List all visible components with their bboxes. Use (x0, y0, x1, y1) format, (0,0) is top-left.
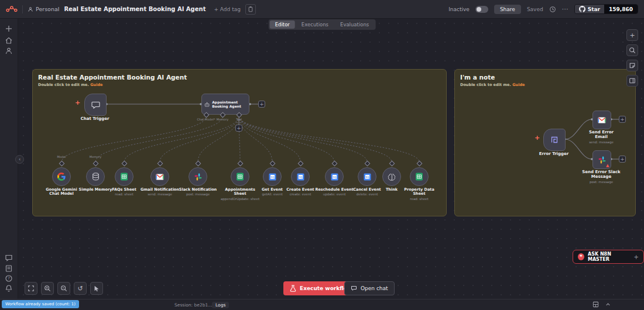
star-count: 159,860 (604, 5, 638, 13)
fit-view-icon (28, 285, 35, 292)
zoom-out-button[interactable] (57, 282, 70, 295)
bottom-status-bar: Session: be2b1... Logs (0, 299, 644, 310)
master-star-icon: * (578, 253, 584, 260)
person-icon (28, 6, 33, 12)
input-port[interactable] (121, 161, 127, 167)
node-faqs-sheet[interactable]: FAQs Sheet read: sheet (104, 161, 144, 196)
note-title: Real Estate Appointment Booking AI Agent (38, 74, 441, 81)
panel-icon (629, 77, 636, 84)
memory-database-icon (92, 173, 100, 181)
sidebar-item-personal[interactable] (5, 47, 13, 55)
toggle-panel-button[interactable] (626, 75, 638, 87)
ask-n8n-master-button[interactable]: * ASK N8N MASTER + (573, 250, 644, 264)
input-port[interactable] (297, 161, 303, 167)
input-port[interactable] (269, 161, 275, 167)
message-icon (5, 254, 13, 262)
warning-icon: ▲ (606, 164, 609, 168)
port-label-tool: Tool (229, 118, 249, 121)
history-icon (549, 6, 556, 13)
search-button[interactable] (626, 44, 638, 56)
node-chat-trigger[interactable] (84, 94, 107, 116)
svg-text:31: 31 (270, 175, 274, 178)
output-plus-handle[interactable]: + (258, 101, 265, 108)
zoom-in-button[interactable] (41, 282, 54, 295)
input-port[interactable] (364, 161, 370, 167)
input-port[interactable] (389, 161, 395, 167)
search-icon (629, 47, 636, 54)
clipboard-button[interactable] (245, 4, 256, 15)
tab-executions[interactable]: Executions (296, 20, 334, 29)
sidebar-item-logs[interactable] (5, 264, 13, 273)
save-toast: Workflow already saved (count: 1) (2, 300, 79, 308)
input-port[interactable] (331, 161, 337, 167)
google-gemini-icon (57, 173, 66, 181)
guide-link[interactable]: Guide (512, 82, 525, 87)
node-appointment-booking-agent[interactable]: Appointment Booking Agent (201, 94, 249, 115)
add-node-button[interactable]: + (626, 29, 638, 41)
share-button[interactable]: Share (494, 5, 521, 14)
google-calendar-icon: 31 (364, 173, 371, 181)
view-tabs: Editor Executions Evaluations (269, 19, 376, 30)
plus-icon: + (634, 254, 639, 260)
flask-icon (290, 285, 296, 292)
sidebar-item-notifications[interactable] (5, 284, 13, 292)
node-label: Send Error Email send: message (582, 130, 621, 144)
add-node-plus-handle[interactable]: + (75, 99, 80, 106)
input-port[interactable] (237, 161, 243, 167)
input-port[interactable] (59, 161, 64, 167)
sidebar-collapse-handle[interactable]: ‹ (15, 155, 24, 164)
tidy-up-button[interactable] (90, 282, 103, 295)
grid-panel-icon[interactable] (592, 301, 599, 308)
input-port[interactable] (416, 161, 422, 167)
input-port[interactable] (195, 161, 201, 167)
chevron-up-icon[interactable] (605, 301, 611, 308)
list-icon (5, 264, 13, 273)
node-property-data-sheet[interactable]: Property Data Sheet read: sheet (399, 161, 439, 201)
workflow-title[interactable]: Real Estate Appointment Booking AI Agent (64, 6, 205, 12)
history-button[interactable] (549, 6, 556, 13)
robot-icon (204, 101, 210, 108)
bell-icon (5, 284, 13, 292)
more-options-button[interactable]: ⋯ (562, 5, 568, 13)
google-calendar-icon: 31 (297, 173, 304, 181)
undo-button[interactable]: ↺ (74, 282, 87, 295)
google-sheets-icon (415, 173, 423, 181)
sidebar-item-home[interactable] (5, 36, 13, 44)
node-send-error-email[interactable] (592, 111, 611, 129)
node-gmail-notification[interactable]: Gmail Notification send: message (140, 161, 180, 196)
add-sticky-note-button[interactable] (626, 60, 638, 71)
divider (22, 5, 23, 13)
logs-tab[interactable]: Logs (212, 302, 229, 308)
output-plus-handle[interactable]: + (619, 116, 626, 123)
input-port[interactable] (93, 161, 98, 167)
home-icon (5, 36, 13, 44)
sidebar-item-chat[interactable] (5, 254, 13, 262)
tab-evaluations[interactable]: Evaluations (335, 20, 374, 29)
node-label: Appointment Booking Agent (212, 100, 246, 109)
input-port[interactable] (157, 161, 163, 167)
open-chat-button[interactable]: Open chat (344, 281, 395, 295)
user-icon (5, 47, 13, 55)
n8n-logo[interactable] (6, 5, 18, 13)
google-sheets-icon (120, 173, 128, 181)
google-calendar-icon: 31 (269, 173, 276, 181)
sidebar-item-help[interactable]: ? (5, 274, 13, 283)
add-tag-button[interactable]: + Add tag (214, 6, 240, 12)
zoom-to-fit-button[interactable] (25, 282, 37, 295)
add-tool-plus-handle[interactable]: + (235, 125, 242, 132)
slack-icon (194, 173, 202, 181)
breadcrumb[interactable]: Personal (28, 6, 59, 12)
node-error-trigger[interactable] (543, 129, 566, 151)
saved-indicator: Saved (527, 6, 543, 12)
github-icon (579, 6, 585, 12)
tab-editor[interactable]: Editor (270, 20, 295, 29)
output-plus-handle[interactable]: + (619, 156, 626, 163)
active-toggle[interactable] (475, 6, 488, 13)
add-node-plus-handle[interactable]: + (535, 135, 540, 141)
guide-link[interactable]: Guide (90, 82, 102, 87)
node-slack-notification[interactable]: Slack Notification post: message (178, 161, 218, 196)
note-title: I'm a note (460, 74, 630, 81)
new-workflow-button[interactable] (5, 25, 13, 33)
zoom-in-icon (44, 285, 51, 292)
github-star-widget[interactable]: Star 159,860 (574, 4, 638, 14)
